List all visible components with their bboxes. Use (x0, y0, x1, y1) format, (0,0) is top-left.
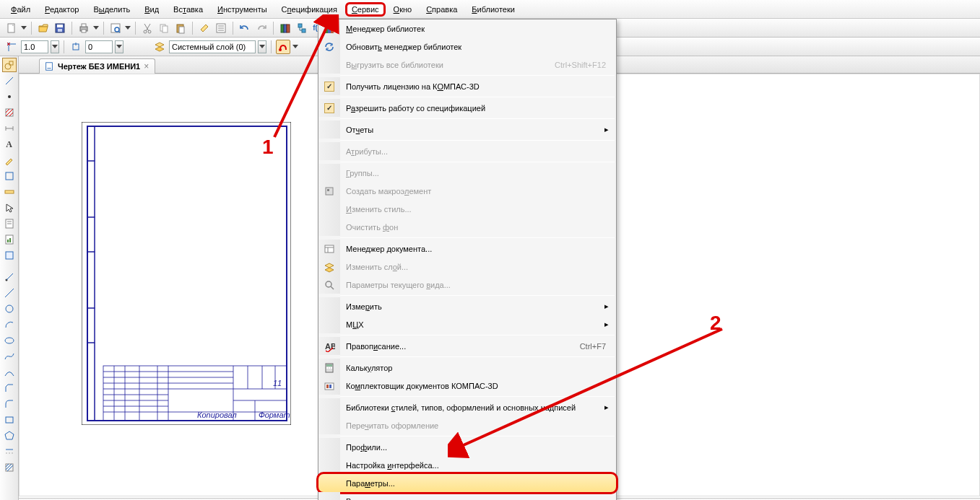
viewparam-icon (318, 276, 340, 294)
ortho-dropdown-icon[interactable] (292, 45, 298, 48)
tool-select[interactable] (2, 201, 17, 215)
svg-rect-123 (329, 385, 331, 388)
menu-сервис[interactable]: Сервис (345, 2, 386, 17)
menu-item[interactable]: Менеджер библиотек (318, 19, 616, 38)
tool-insert-view[interactable] (2, 248, 17, 263)
svg-rect-69 (46, 63, 53, 71)
tool-bezier[interactable] (2, 365, 17, 380)
svg-rect-61 (6, 417, 13, 423)
save-button[interactable] (53, 21, 67, 35)
tool-seg1[interactable] (2, 270, 17, 284)
tool-offset[interactable] (2, 444, 17, 459)
tool-spec[interactable] (2, 216, 17, 231)
menu-item[interactable]: Настройка интерфейса... (318, 456, 616, 474)
model-tree-button[interactable] (295, 21, 309, 35)
svg-rect-65 (6, 464, 13, 471)
tool-circle[interactable] (2, 302, 17, 316)
svg-rect-54 (9, 238, 11, 242)
svg-rect-6 (82, 30, 86, 32)
macro-icon (318, 182, 340, 200)
menu-item[interactable]: Измерить▸ (318, 297, 616, 315)
menu-инструменты[interactable]: Инструменты (211, 2, 274, 17)
svg-rect-22 (281, 25, 284, 32)
menu-библиотеки[interactable]: Библиотеки (465, 2, 521, 17)
layer-icon-button[interactable] (152, 40, 167, 54)
cut-button[interactable] (140, 21, 155, 35)
scale-dropdown-button[interactable] (51, 40, 59, 53)
menu-item[interactable]: ✓Разрешить работу со спецификацией (318, 99, 616, 117)
tool-line[interactable] (2, 74, 17, 88)
step-dropdown-button[interactable] (115, 40, 123, 53)
menu-вставка[interactable]: Вставка (167, 2, 209, 17)
new-doc-button[interactable] (4, 21, 19, 35)
tool-spline[interactable] (2, 349, 17, 364)
menu-редактор[interactable]: Редактор (38, 2, 85, 17)
menu-справка[interactable]: Справка (420, 2, 464, 17)
menu-item[interactable]: Вид приложения... (318, 492, 616, 500)
tool-hatch[interactable] (2, 105, 17, 120)
tool-point[interactable] (2, 89, 17, 104)
menu-спецификация[interactable]: Спецификация (275, 2, 344, 17)
properties-button[interactable] (214, 21, 228, 35)
svg-point-35 (279, 48, 282, 51)
menu-item[interactable]: Отчеты▸ (318, 120, 616, 139)
menu-item[interactable]: МЦХ▸ (318, 315, 616, 333)
library-mgr-button[interactable] (278, 21, 292, 35)
open-button[interactable] (36, 21, 51, 35)
paste-button[interactable] (173, 21, 188, 35)
tool-measure[interactable] (2, 185, 17, 199)
svg-rect-117 (326, 364, 332, 367)
svg-rect-110 (325, 245, 334, 253)
ortho-button[interactable] (276, 40, 290, 54)
menu-item[interactable]: ABCПравописание...Ctrl+F7 (318, 337, 616, 355)
tool-ellipse[interactable] (2, 333, 17, 348)
tool-fillet[interactable] (2, 397, 17, 411)
layer-icon (318, 258, 340, 276)
tool-polygon[interactable] (2, 429, 17, 443)
tool-seg2[interactable] (2, 286, 17, 300)
tool-edit[interactable] (2, 153, 17, 167)
tool-hatch2[interactable] (2, 460, 17, 475)
menu-item[interactable]: Калькулятор (318, 359, 616, 377)
calc-icon (318, 359, 340, 377)
tool-text[interactable]: A (2, 137, 17, 152)
tab-close-button[interactable]: × (144, 61, 149, 71)
menu-item[interactable]: Комплектовщик документов КОМПАС-3D (318, 377, 616, 395)
refresh-icon (318, 38, 340, 56)
redo-button[interactable] (254, 21, 269, 35)
tool-arc[interactable] (2, 317, 17, 332)
tool-geometry[interactable] (2, 58, 17, 72)
step-button[interactable] (69, 40, 83, 54)
format-painter-button[interactable] (197, 21, 212, 35)
menu-item-label: Группы... (340, 169, 616, 177)
tool-param[interactable] (2, 169, 17, 183)
menu-item[interactable]: Профили... (318, 438, 616, 456)
menu-item[interactable]: Менеджер документа... (318, 240, 616, 258)
menu-item[interactable]: ✓Получить лицензию на КОМПАС-3D (318, 77, 616, 95)
layer-dropdown-button[interactable] (258, 40, 266, 53)
tool-chamfer[interactable] (2, 381, 17, 395)
copy-button[interactable] (157, 21, 171, 35)
menu-item[interactable]: Библиотеки стилей, типов, оформлений и о… (318, 398, 616, 416)
menu-item[interactable]: Параметры... (318, 474, 616, 492)
menu-вид[interactable]: Вид (138, 2, 165, 17)
step-field[interactable]: 0 (85, 40, 113, 53)
undo-button[interactable] (238, 21, 252, 35)
tool-rect[interactable] (2, 413, 17, 427)
scale-field[interactable]: 1.0 (21, 40, 48, 53)
menu-окно[interactable]: Окно (387, 2, 419, 17)
layer-combo[interactable]: Системный слой (0) (169, 40, 256, 53)
menu-item[interactable]: Обновить менеджер библиотек (318, 38, 616, 56)
submenu-arrow-icon: ▸ (604, 320, 609, 329)
menu-выделить[interactable]: Выделить (87, 2, 136, 17)
menu-файл[interactable]: Файл (4, 2, 37, 17)
print-button[interactable] (77, 21, 91, 35)
tool-report[interactable] (2, 232, 17, 247)
tool-dimension[interactable] (2, 121, 17, 136)
snap-toggle-button[interactable] (4, 40, 19, 54)
print-dropdown-icon[interactable] (93, 26, 99, 30)
preview-button[interactable] (108, 21, 123, 35)
new-dropdown-icon[interactable] (21, 26, 27, 30)
preview-dropdown-icon[interactable] (125, 26, 131, 30)
document-tab[interactable]: Чертеж БЕЗ ИМЕНИ1 × (39, 58, 155, 74)
